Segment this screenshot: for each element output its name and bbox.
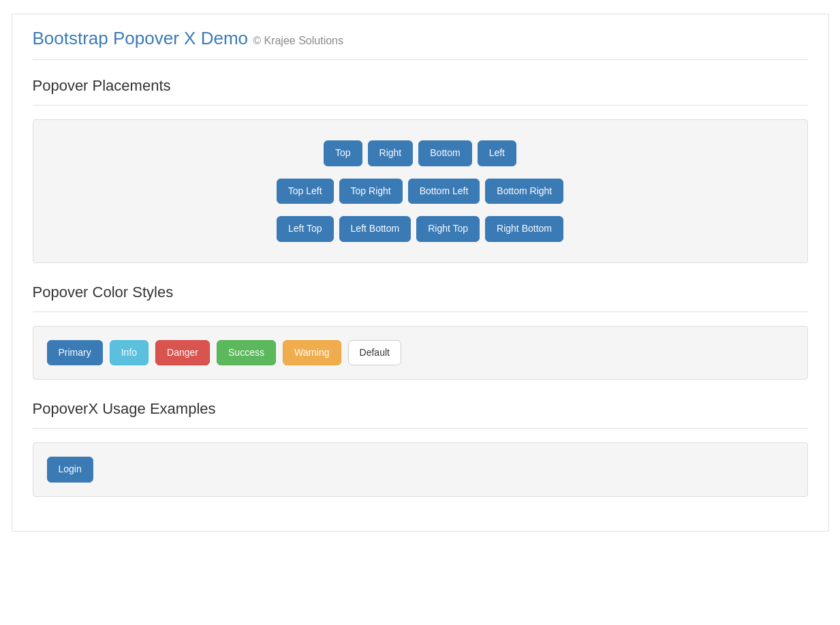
btn-color-primary[interactable]: Primary bbox=[47, 340, 103, 366]
placements-section-title: Popover Placements bbox=[33, 77, 808, 95]
usage-examples-section: PopoverX Usage Examples Login bbox=[33, 400, 808, 497]
page-wrapper: Bootstrap Popover X Demo © Krajee Soluti… bbox=[12, 14, 829, 532]
btn-bottom-right[interactable]: Bottom Right bbox=[485, 179, 563, 204]
page-subtitle: © Krajee Solutions bbox=[253, 35, 343, 46]
btn-color-info[interactable]: Info bbox=[110, 340, 149, 366]
btn-right[interactable]: Right bbox=[368, 140, 414, 166]
usage-demo-box: Login bbox=[33, 442, 808, 497]
placement-row-3: Left Top Left Bottom Right Top Right Bot… bbox=[47, 216, 794, 242]
btn-bottom-left[interactable]: Bottom Left bbox=[408, 179, 480, 204]
placements-demo-box: Top Right Bottom Left Top Left Top Right… bbox=[33, 119, 808, 263]
btn-login[interactable]: Login bbox=[47, 457, 93, 483]
btn-left[interactable]: Left bbox=[478, 140, 516, 166]
btn-right-top[interactable]: Right Top bbox=[416, 216, 480, 242]
btn-left-top[interactable]: Left Top bbox=[277, 216, 334, 242]
placements-section: Popover Placements Top Right Bottom Left… bbox=[33, 77, 808, 263]
page-title-text: Bootstrap Popover X Demo bbox=[33, 28, 249, 48]
btn-color-success[interactable]: Success bbox=[217, 340, 276, 366]
btn-left-bottom[interactable]: Left Bottom bbox=[339, 216, 411, 242]
btn-top-right[interactable]: Top Right bbox=[339, 179, 403, 204]
btn-color-danger[interactable]: Danger bbox=[155, 340, 210, 366]
btn-color-default[interactable]: Default bbox=[348, 340, 401, 366]
btn-right-bottom[interactable]: Right Bottom bbox=[485, 216, 563, 242]
btn-top[interactable]: Top bbox=[324, 140, 362, 166]
btn-bottom[interactable]: Bottom bbox=[418, 140, 471, 166]
placement-row-1: Top Right Bottom Left bbox=[47, 140, 794, 166]
page-header: Bootstrap Popover X Demo © Krajee Soluti… bbox=[33, 28, 808, 60]
placement-row-2: Top Left Top Right Bottom Left Bottom Ri… bbox=[47, 179, 794, 204]
color-styles-section: Popover Color Styles Primary Info Danger… bbox=[33, 284, 808, 380]
btn-top-left[interactable]: Top Left bbox=[277, 179, 334, 204]
color-styles-title: Popover Color Styles bbox=[33, 284, 808, 301]
placements-divider bbox=[33, 105, 808, 106]
page-title: Bootstrap Popover X Demo © Krajee Soluti… bbox=[33, 28, 808, 49]
btn-color-warning[interactable]: Warning bbox=[283, 340, 341, 366]
color-demo-box: Primary Info Danger Success Warning Defa… bbox=[33, 326, 808, 380]
usage-examples-divider bbox=[33, 428, 808, 429]
color-styles-divider bbox=[33, 311, 808, 312]
usage-examples-title: PopoverX Usage Examples bbox=[33, 400, 808, 418]
